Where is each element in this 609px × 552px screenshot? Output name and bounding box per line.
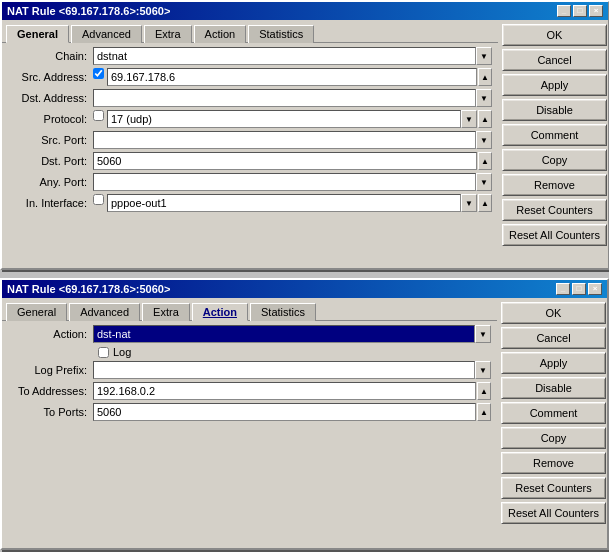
src-port-field-group: ▼ [93,131,492,149]
remove-button-1[interactable]: Remove [502,174,607,196]
minimize-button-2[interactable]: _ [556,283,570,295]
dst-address-dropdown-btn[interactable]: ▼ [476,89,492,107]
tab-extra-2[interactable]: Extra [142,303,190,321]
to-ports-up-btn[interactable]: ▲ [477,403,491,421]
action-row: Action: ▼ [8,325,491,343]
src-port-input[interactable] [93,131,476,149]
to-ports-label: To Ports: [8,406,93,418]
window2: NAT Rule <69.167.178.6>:5060> _ □ × Gene… [0,278,609,550]
tab-statistics-2[interactable]: Statistics [250,303,316,321]
src-port-dropdown-btn[interactable]: ▼ [476,131,492,149]
to-addresses-up-btn[interactable]: ▲ [477,382,491,400]
src-address-label: Src. Address: [8,71,93,83]
in-interface-up-btn[interactable]: ▲ [478,194,492,212]
tab-statistics-1[interactable]: Statistics [248,25,314,43]
window1-title: NAT Rule <69.167.178.6>:5060> [7,5,170,17]
protocol-checkbox[interactable] [93,110,104,121]
log-prefix-input[interactable] [93,361,475,379]
close-button-1[interactable]: × [589,5,603,17]
protocol-row: Protocol: ▼ ▲ [8,110,492,128]
ok-button-1[interactable]: OK [502,24,607,46]
src-address-field-group: ▲ [93,68,492,86]
copy-button-1[interactable]: Copy [502,149,607,171]
remove-button-2[interactable]: Remove [501,452,606,474]
in-interface-input[interactable] [107,194,461,212]
copy-button-2[interactable]: Copy [501,427,606,449]
dst-address-row: Dst. Address: ▼ [8,89,492,107]
chain-field-group: ▼ [93,47,492,65]
src-port-row: Src. Port: ▼ [8,131,492,149]
tab-extra-1[interactable]: Extra [144,25,192,43]
tab-action-2[interactable]: Action [192,303,248,321]
window2-title: NAT Rule <69.167.178.6>:5060> [7,283,170,295]
to-addresses-row: To Addresses: ▲ [8,382,491,400]
src-address-up-btn[interactable]: ▲ [478,68,492,86]
log-prefix-dropdown-btn[interactable]: ▼ [475,361,491,379]
tab-action-1[interactable]: Action [194,25,247,43]
in-interface-label: In. Interface: [8,197,93,209]
tab-general-1[interactable]: General [6,25,69,43]
to-addresses-label: To Addresses: [8,385,93,397]
protocol-input[interactable] [107,110,461,128]
log-prefix-field-group: ▼ [93,361,491,379]
dst-port-row: Dst. Port: ▲ [8,152,492,170]
ok-button-2[interactable]: OK [501,302,606,324]
cancel-button-1[interactable]: Cancel [502,49,607,71]
dst-port-label: Dst. Port: [8,155,93,167]
chain-input[interactable] [93,47,476,65]
action-field-group: ▼ [93,325,491,343]
tab-advanced-1[interactable]: Advanced [71,25,142,43]
minimize-button-1[interactable]: _ [557,5,571,17]
right-buttons-2: OK Cancel Apply Disable Comment Copy Rem… [497,298,607,548]
title-bar-buttons-2: _ □ × [556,283,602,295]
src-address-input[interactable] [107,68,477,86]
src-port-label: Src. Port: [8,134,93,146]
tab-bar-1: General Advanced Extra Action Statistics [2,20,498,43]
maximize-button-1[interactable]: □ [573,5,587,17]
protocol-dropdown-btn[interactable]: ▼ [461,110,477,128]
apply-button-2[interactable]: Apply [501,352,606,374]
protocol-up-btn[interactable]: ▲ [478,110,492,128]
log-label: Log [113,346,131,358]
to-addresses-input[interactable] [93,382,476,400]
reset-counters-button-2[interactable]: Reset Counters [501,477,606,499]
any-port-input[interactable] [93,173,476,191]
disable-button-1[interactable]: Disable [502,99,607,121]
right-buttons-1: OK Cancel Apply Disable Comment Copy Rem… [498,20,608,268]
maximize-button-2[interactable]: □ [572,283,586,295]
dst-address-label: Dst. Address: [8,92,93,104]
tab-general-2[interactable]: General [6,303,67,321]
disable-button-2[interactable]: Disable [501,377,606,399]
form-content-1: Chain: ▼ Src. Address: ▲ [2,43,498,219]
cancel-button-2[interactable]: Cancel [501,327,606,349]
title-bar-2: NAT Rule <69.167.178.6>:5060> _ □ × [2,280,607,298]
protocol-label: Protocol: [8,113,93,125]
chain-dropdown-btn[interactable]: ▼ [476,47,492,65]
dst-address-input[interactable] [93,89,476,107]
reset-all-counters-button-2[interactable]: Reset All Counters [501,502,606,524]
action-input[interactable] [93,325,475,343]
in-interface-checkbox[interactable] [93,194,104,205]
comment-button-2[interactable]: Comment [501,402,606,424]
any-port-label: Any. Port: [8,176,93,188]
reset-counters-button-1[interactable]: Reset Counters [502,199,607,221]
to-ports-field-group: ▲ [93,403,491,421]
comment-button-1[interactable]: Comment [502,124,607,146]
in-interface-dropdown-btn[interactable]: ▼ [461,194,477,212]
dst-port-input[interactable] [93,152,477,170]
log-prefix-label: Log Prefix: [8,364,93,376]
apply-button-1[interactable]: Apply [502,74,607,96]
log-prefix-row: Log Prefix: ▼ [8,361,491,379]
to-ports-input[interactable] [93,403,476,421]
any-port-dropdown-btn[interactable]: ▼ [476,173,492,191]
tab-bar-2: General Advanced Extra Action Statistics [2,298,497,321]
action-dropdown-btn[interactable]: ▼ [475,325,491,343]
to-addresses-field-group: ▲ [93,382,491,400]
log-checkbox[interactable] [98,347,109,358]
close-button-2[interactable]: × [588,283,602,295]
dst-port-up-btn[interactable]: ▲ [478,152,492,170]
dst-port-field-group: ▲ [93,152,492,170]
tab-advanced-2[interactable]: Advanced [69,303,140,321]
reset-all-counters-button-1[interactable]: Reset All Counters [502,224,607,246]
src-address-checkbox[interactable] [93,68,104,79]
